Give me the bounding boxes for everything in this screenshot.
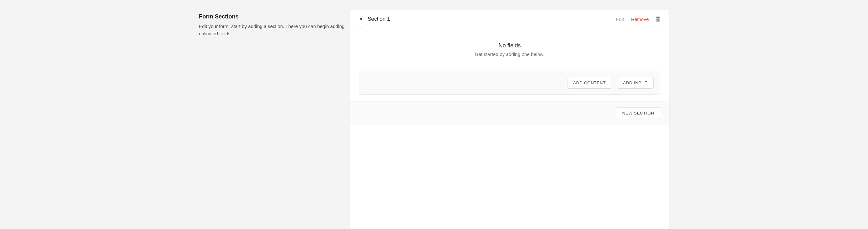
sidebar-title: Form Sections bbox=[199, 13, 345, 20]
remove-section-link[interactable]: Remove bbox=[631, 17, 649, 22]
fields-container: No fields Get started by adding one belo… bbox=[359, 28, 660, 95]
section-actions: Edit Remove bbox=[616, 16, 660, 22]
empty-state-subtitle: Get started by adding one below. bbox=[366, 52, 654, 57]
sidebar-description: Edit your form, start by adding a sectio… bbox=[199, 23, 345, 37]
form-sections-panel: ▼ Section 1 Edit Remove No fields Get st… bbox=[350, 9, 669, 229]
drag-handle-icon[interactable] bbox=[656, 16, 660, 22]
empty-state-title: No fields bbox=[366, 42, 654, 49]
sidebar: Form Sections Edit your form, start by a… bbox=[199, 9, 345, 229]
empty-state: No fields Get started by adding one belo… bbox=[359, 28, 660, 71]
fields-footer: ADD CONTENT ADD INPUT bbox=[359, 71, 660, 94]
panel-footer: NEW SECTION bbox=[350, 101, 669, 125]
collapse-toggle-icon[interactable]: ▼ bbox=[359, 17, 363, 22]
section-title: Section 1 bbox=[368, 16, 611, 22]
edit-section-link[interactable]: Edit bbox=[616, 17, 624, 22]
section-header: ▼ Section 1 Edit Remove bbox=[350, 9, 669, 28]
new-section-button[interactable]: NEW SECTION bbox=[616, 107, 660, 119]
add-content-button[interactable]: ADD CONTENT bbox=[567, 77, 612, 89]
add-input-button[interactable]: ADD INPUT bbox=[617, 77, 654, 89]
